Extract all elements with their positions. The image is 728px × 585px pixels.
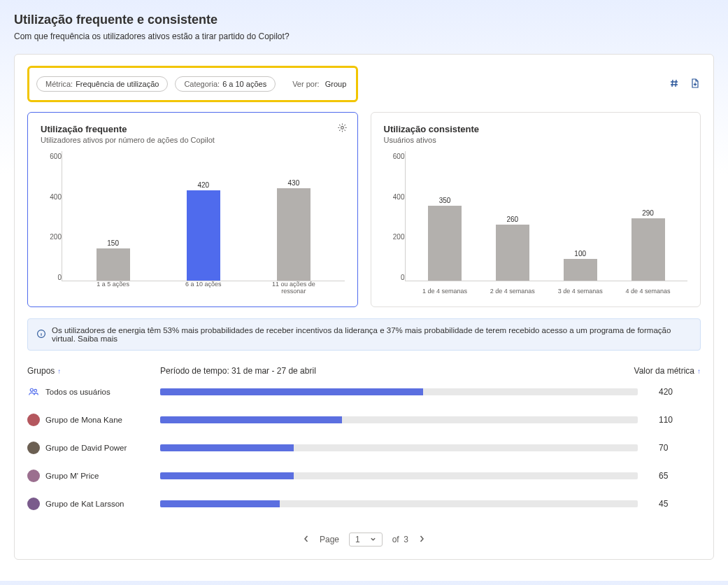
bar[interactable]: 290 — [618, 209, 678, 281]
bar[interactable]: 150 — [83, 239, 143, 281]
category-filter-value: 6 a 10 ações — [222, 80, 266, 88]
page-title: Utilização frequente e consistente — [14, 13, 714, 27]
plot-left: 150420430 1 a 5 ações6 a 10 ações11 ou a… — [62, 151, 345, 281]
bar[interactable]: 350 — [415, 197, 474, 281]
bar-value-label: 350 — [439, 197, 451, 204]
metric-bar-fill — [160, 388, 423, 395]
insight-text: Os utilizadores de energia têm 53% mais … — [52, 326, 671, 343]
page-label: Page — [320, 535, 339, 544]
export-icon[interactable] — [690, 78, 701, 91]
metric-bar-fill — [160, 472, 294, 479]
table-row[interactable]: Todos os usuários420 — [27, 376, 701, 404]
ytick: 200 — [393, 233, 405, 241]
col-header-metric[interactable]: Valor da métrica ↑ — [610, 366, 701, 376]
pager: Page 1 of 3 — [27, 533, 701, 547]
col-groups-label: Grupos — [27, 366, 55, 376]
table-row[interactable]: Grupo M' Price65 — [27, 460, 701, 488]
sort-arrow-up-icon: ↑ — [697, 367, 701, 375]
metric-bar-fill — [160, 444, 294, 451]
bar-value-label: 290 — [642, 209, 654, 217]
barchart-left: 600 400 200 0 150420430 1 a 5 ações6 a 1… — [41, 151, 345, 298]
ytick: 600 — [393, 153, 405, 160]
svg-point-0 — [341, 127, 343, 129]
page-total: 3 — [404, 535, 408, 544]
chevron-down-icon — [370, 535, 376, 544]
table-row[interactable]: Grupo de Mona Kane110 — [27, 404, 701, 432]
category-filter-label: Categoria: — [184, 80, 220, 88]
chart-left-subtitle: Utilizadores ativos por número de ações … — [41, 136, 345, 144]
chart-right-title: Utilização consistente — [384, 124, 688, 134]
charts-row: Utilização frequente Utilizadores ativos… — [27, 112, 701, 307]
ytick: 400 — [393, 193, 405, 201]
svg-point-3 — [34, 389, 37, 392]
bar-value-label: 100 — [574, 250, 586, 258]
bar[interactable]: 260 — [483, 216, 542, 281]
metric-value: 65 — [659, 471, 701, 481]
chart-left-title: Utilização frequente — [41, 124, 345, 134]
ytick: 200 — [50, 233, 62, 241]
metric-bar-track — [160, 388, 638, 395]
page-of-label: of — [392, 535, 399, 544]
prev-page-button[interactable] — [303, 535, 310, 544]
barchart-right: 600 400 200 0 350260100290 1 de 4 semana… — [384, 151, 688, 298]
group-name: Grupo de Mona Kane — [45, 416, 122, 424]
filters-row: Métrica: Frequência de utilização Catego… — [27, 66, 701, 102]
info-icon — [36, 329, 46, 340]
page-select[interactable]: 1 — [349, 533, 383, 547]
table-body: Todos os usuários420Grupo de Mona Kane11… — [27, 376, 701, 516]
x-tick-label: 4 de 4 semanas — [618, 288, 678, 295]
metric-filter-label: Métrica: — [45, 80, 73, 88]
main-card: Métrica: Frequência de utilização Catego… — [14, 54, 714, 560]
group-name: Grupo de Kat Larsson — [45, 500, 124, 508]
metric-bar-track — [160, 472, 638, 479]
x-tick-label: 11 ou ações de ressonar — [264, 281, 323, 295]
ytick: 600 — [50, 153, 62, 160]
metric-value: 420 — [659, 387, 701, 397]
metric-value: 70 — [659, 443, 701, 453]
bar[interactable]: 100 — [550, 250, 610, 281]
table-row[interactable]: Grupo de Kat Larsson45 — [27, 488, 701, 516]
group-name: Grupo M' Price — [45, 472, 99, 480]
x-tick-label: 1 de 4 semanas — [415, 288, 474, 295]
metric-filter-value: Frequência de utilização — [76, 80, 159, 88]
insight-banner: Os utilizadores de energia têm 53% mais … — [27, 318, 701, 351]
category-filter-pill[interactable]: Categoria: 6 a 10 ações — [175, 76, 276, 92]
avatar — [27, 498, 40, 510]
chart-consistent-usage[interactable]: Utilização consistente Usuários ativos 6… — [371, 112, 701, 307]
avatar — [27, 414, 40, 426]
metric-value: 110 — [659, 415, 701, 425]
group-name: Todos os usuários — [45, 388, 110, 396]
gear-icon[interactable] — [337, 122, 348, 135]
viewby-value: Group — [325, 80, 347, 88]
table-row[interactable]: Grupo de David Power70 — [27, 432, 701, 460]
bar[interactable]: 430 — [264, 179, 323, 281]
col-header-groups[interactable]: Grupos ↑ — [27, 366, 160, 376]
metric-bar-fill — [160, 500, 280, 507]
ytick: 400 — [50, 193, 62, 201]
viewby-label: Ver por: — [292, 80, 320, 88]
col-metric-label: Valor da métrica — [634, 366, 694, 376]
insight-learn-more-link[interactable]: Saiba mais — [78, 334, 117, 343]
x-tick-label: 3 de 4 semanas — [550, 288, 610, 295]
viewby-control[interactable]: Ver por: Group — [283, 80, 346, 88]
bar-value-label: 150 — [107, 239, 119, 247]
filters-highlight-box: Métrica: Frequência de utilização Catego… — [27, 66, 358, 102]
x-tick-label: 6 a 10 ações — [173, 281, 233, 295]
sort-arrow-up-icon: ↑ — [57, 367, 61, 375]
bar[interactable]: 420 — [173, 181, 233, 281]
metric-bar-track — [160, 500, 638, 507]
metric-filter-pill[interactable]: Métrica: Frequência de utilização — [36, 76, 168, 92]
x-tick-label: 1 a 5 ações — [83, 281, 143, 295]
avatar — [27, 442, 40, 454]
page-current: 1 — [355, 535, 360, 544]
y-axis-left: 600 400 200 0 — [41, 151, 62, 298]
header-action-icons — [669, 78, 701, 91]
people-icon — [27, 386, 40, 398]
next-page-button[interactable] — [418, 535, 425, 544]
chart-frequent-usage[interactable]: Utilização frequente Utilizadores ativos… — [27, 112, 358, 307]
bar-value-label: 430 — [288, 179, 300, 187]
hash-icon[interactable] — [669, 78, 680, 91]
y-axis-right: 600 400 200 0 — [384, 151, 405, 298]
page-subtitle: Com que frequência os utilizadores ativo… — [14, 31, 714, 41]
group-name: Grupo de David Power — [45, 444, 127, 452]
